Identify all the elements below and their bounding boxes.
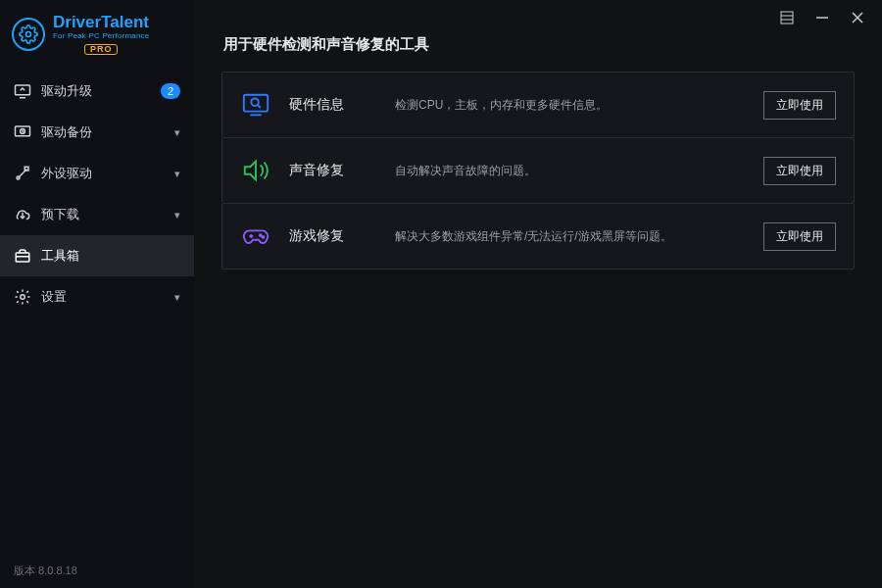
gear-icon — [12, 18, 45, 51]
nav-list: 驱动升级 2 驱动备份 ▾ 外设驱动 ▾ 预下 — [0, 71, 194, 318]
sidebar-item-label: 驱动升级 — [41, 82, 151, 100]
update-count-badge: 2 — [161, 83, 180, 99]
svg-point-16 — [21, 295, 25, 300]
usb-icon — [14, 165, 31, 182]
sidebar-item-label: 设置 — [41, 288, 165, 306]
svg-point-6 — [26, 32, 31, 37]
version-label: 版本 8.0.8.18 — [14, 564, 77, 578]
page-title: 用于硬件检测和声音修复的工具 — [223, 35, 855, 54]
tools-list: 硬件信息 检测CPU，主板，内存和更多硬件信息。 立即使用 声音修复 自动解决声… — [221, 72, 855, 270]
use-now-button[interactable]: 立即使用 — [763, 91, 836, 120]
toolbox-icon — [14, 247, 31, 265]
sidebar-item-toolbox[interactable]: 工具箱 — [0, 235, 194, 276]
chevron-down-icon: ▾ — [174, 209, 180, 221]
monitor-search-icon — [240, 89, 271, 121]
chevron-down-icon: ▾ — [174, 168, 180, 180]
menu-icon[interactable] — [778, 9, 796, 26]
titlebar — [762, 0, 882, 35]
sidebar-item-driver-update[interactable]: 驱动升级 2 — [0, 71, 194, 112]
monitor-up-icon — [14, 82, 31, 100]
sidebar-item-driver-backup[interactable]: 驱动备份 ▾ — [0, 112, 194, 153]
sidebar-item-settings[interactable]: 设置 ▾ — [0, 276, 194, 318]
sidebar: DriverTalent For Peak PC Performance PRO… — [0, 0, 194, 588]
close-icon[interactable] — [849, 9, 866, 26]
svg-point-25 — [263, 236, 265, 238]
clock-back-icon — [14, 123, 31, 141]
sidebar-item-label: 驱动备份 — [41, 123, 165, 141]
use-now-button[interactable]: 立即使用 — [763, 157, 836, 185]
tool-name: 游戏修复 — [289, 227, 377, 245]
svg-point-24 — [260, 234, 262, 236]
svg-marker-21 — [245, 162, 256, 180]
pro-badge: PRO — [84, 44, 119, 55]
svg-rect-17 — [244, 95, 268, 112]
sidebar-item-label: 预下载 — [41, 206, 165, 223]
tool-name: 声音修复 — [289, 162, 377, 179]
tool-name: 硬件信息 — [289, 96, 377, 114]
sidebar-item-peripheral[interactable]: 外设驱动 ▾ — [0, 153, 194, 194]
svg-rect-12 — [24, 167, 28, 171]
tool-card-hardware-info: 硬件信息 检测CPU，主板，内存和更多硬件信息。 立即使用 — [221, 72, 855, 138]
tool-card-sound-repair: 声音修复 自动解决声音故障的问题。 立即使用 — [221, 137, 855, 204]
app-window: DriverTalent For Peak PC Performance PRO… — [0, 0, 882, 588]
svg-rect-7 — [16, 85, 30, 95]
sidebar-item-label: 外设驱动 — [41, 165, 165, 182]
main-content: 用于硬件检测和声音修复的工具 硬件信息 检测CPU，主板，内存和更多硬件信息。 … — [194, 0, 882, 588]
svg-rect-0 — [781, 12, 793, 24]
minimize-icon[interactable] — [813, 9, 831, 26]
brand-title: DriverTalent — [53, 14, 149, 30]
brand-subtitle: For Peak PC Performance — [53, 32, 149, 40]
cloud-download-icon — [14, 206, 31, 223]
brand-logo: DriverTalent For Peak PC Performance PRO — [0, 0, 194, 65]
svg-line-20 — [258, 105, 261, 108]
gear-icon — [14, 288, 31, 306]
sidebar-item-predownload[interactable]: 预下载 ▾ — [0, 194, 194, 235]
svg-point-19 — [251, 98, 259, 106]
sidebar-item-label: 工具箱 — [41, 247, 180, 265]
tool-desc: 检测CPU，主板，内存和更多硬件信息。 — [395, 97, 746, 114]
speaker-icon — [240, 155, 271, 186]
gamepad-icon — [240, 220, 271, 252]
tool-desc: 解决大多数游戏组件异常/无法运行/游戏黑屏等问题。 — [395, 228, 746, 245]
chevron-down-icon: ▾ — [174, 291, 180, 304]
tool-desc: 自动解决声音故障的问题。 — [395, 163, 746, 179]
use-now-button[interactable]: 立即使用 — [763, 222, 836, 251]
tool-card-game-repair: 游戏修复 解决大多数游戏组件异常/无法运行/游戏黑屏等问题。 立即使用 — [221, 203, 855, 270]
chevron-down-icon: ▾ — [174, 126, 180, 139]
